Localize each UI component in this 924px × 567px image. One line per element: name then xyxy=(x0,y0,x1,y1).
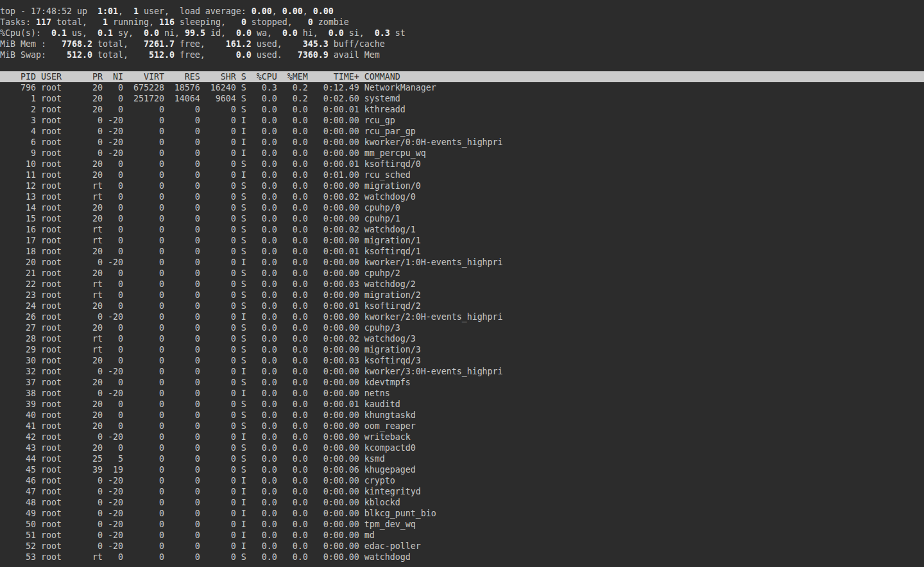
process-row: 32 root 0 -20 0 0 0 I 0.0 0.0 0:00.00 kw… xyxy=(0,366,924,377)
process-row: 12 root rt 0 0 0 0 S 0.0 0.0 0:00.00 mig… xyxy=(0,180,924,191)
process-row: 48 root 0 -20 0 0 0 I 0.0 0.0 0:00.00 kb… xyxy=(0,497,924,508)
process-row: 16 root rt 0 0 0 0 S 0.0 0.0 0:00.02 wat… xyxy=(0,224,924,235)
process-row: 37 root 20 0 0 0 0 S 0.0 0.0 0:00.00 kde… xyxy=(0,377,924,388)
process-row: 22 root rt 0 0 0 0 S 0.0 0.0 0:00.03 wat… xyxy=(0,279,924,290)
process-list: 796 root 20 0 675228 18576 16240 S 0.3 0… xyxy=(0,82,924,563)
process-row: 49 root 0 -20 0 0 0 I 0.0 0.0 0:00.00 bl… xyxy=(0,508,924,519)
process-row: 38 root 0 -20 0 0 0 I 0.0 0.0 0:00.00 ne… xyxy=(0,388,924,399)
process-row: 47 root 0 -20 0 0 0 I 0.0 0.0 0:00.00 ki… xyxy=(0,486,924,497)
process-row: 41 root 20 0 0 0 0 S 0.0 0.0 0:00.00 oom… xyxy=(0,421,924,432)
process-row: 13 root rt 0 0 0 0 S 0.0 0.0 0:00.02 wat… xyxy=(0,191,924,202)
top-summary-line: MiB Mem : 7768.2 total, 7261.7 free, 161… xyxy=(0,39,924,49)
process-row: 4 root 0 -20 0 0 0 I 0.0 0.0 0:00.00 rcu… xyxy=(0,126,924,137)
process-row: 40 root 20 0 0 0 0 S 0.0 0.0 0:00.00 khu… xyxy=(0,410,924,421)
process-row: 39 root 20 0 0 0 0 S 0.0 0.0 0:00.01 kau… xyxy=(0,399,924,410)
process-row: 21 root 20 0 0 0 0 S 0.0 0.0 0:00.00 cpu… xyxy=(0,268,924,279)
process-row: 26 root 0 -20 0 0 0 I 0.0 0.0 0:00.00 kw… xyxy=(0,311,924,322)
process-row: 17 root rt 0 0 0 0 S 0.0 0.0 0:00.00 mig… xyxy=(0,235,924,246)
process-row: 23 root rt 0 0 0 0 S 0.0 0.0 0:00.00 mig… xyxy=(0,290,924,301)
process-row: 27 root 20 0 0 0 0 S 0.0 0.0 0:00.00 cpu… xyxy=(0,322,924,333)
process-row: 44 root 25 5 0 0 0 S 0.0 0.0 0:00.00 ksm… xyxy=(0,453,924,464)
process-row: 20 root 0 -20 0 0 0 I 0.0 0.0 0:00.00 kw… xyxy=(0,257,924,268)
process-row: 43 root 20 0 0 0 0 S 0.0 0.0 0:00.00 kco… xyxy=(0,442,924,453)
process-row: 1 root 20 0 251720 14064 9604 S 0.0 0.2 … xyxy=(0,93,924,104)
process-row: 46 root 0 -20 0 0 0 I 0.0 0.0 0:00.00 cr… xyxy=(0,475,924,486)
process-row: 11 root 20 0 0 0 0 I 0.0 0.0 0:01.00 rcu… xyxy=(0,170,924,180)
process-row: 14 root 20 0 0 0 0 S 0.0 0.0 0:00.00 cpu… xyxy=(0,202,924,213)
process-header-row: PID USER PR NI VIRT RES SHR S %CPU %MEM … xyxy=(0,71,924,82)
process-row: 53 root rt 0 0 0 0 S 0.0 0.0 0:00.00 wat… xyxy=(0,552,924,563)
process-row: 3 root 0 -20 0 0 0 I 0.0 0.0 0:00.00 rcu… xyxy=(0,115,924,126)
process-row: 9 root 0 -20 0 0 0 I 0.0 0.0 0:00.00 mm_… xyxy=(0,148,924,159)
process-row: 30 root 20 0 0 0 0 S 0.0 0.0 0:00.03 kso… xyxy=(0,355,924,366)
process-row: 15 root 20 0 0 0 0 S 0.0 0.0 0:00.00 cpu… xyxy=(0,213,924,224)
process-row: 42 root 0 -20 0 0 0 I 0.0 0.0 0:00.00 wr… xyxy=(0,432,924,442)
top-summary-line: MiB Swap: 512.0 total, 512.0 free, 0.0 u… xyxy=(0,49,924,60)
process-row: 45 root 39 19 0 0 0 S 0.0 0.0 0:00.06 kh… xyxy=(0,464,924,475)
process-row: 24 root 20 0 0 0 0 S 0.0 0.0 0:00.01 kso… xyxy=(0,301,924,311)
top-summary-line: top - 17:48:52 up 1:01, 1 user, load ave… xyxy=(0,6,924,17)
process-row: 2 root 20 0 0 0 0 S 0.0 0.0 0:00.01 kthr… xyxy=(0,104,924,115)
summary-table-gap xyxy=(0,60,924,71)
top-summary: top - 17:48:52 up 1:01, 1 user, load ave… xyxy=(0,6,924,60)
process-row: 6 root 0 -20 0 0 0 I 0.0 0.0 0:00.00 kwo… xyxy=(0,137,924,148)
process-row: 50 root 0 -20 0 0 0 I 0.0 0.0 0:00.00 tp… xyxy=(0,519,924,530)
terminal-screen[interactable]: top - 17:48:52 up 1:01, 1 user, load ave… xyxy=(0,0,924,567)
process-row: 29 root rt 0 0 0 0 S 0.0 0.0 0:00.00 mig… xyxy=(0,344,924,355)
process-row: 51 root 0 -20 0 0 0 I 0.0 0.0 0:00.00 md xyxy=(0,530,924,541)
top-summary-line: %Cpu(s): 0.1 us, 0.1 sy, 0.0 ni, 99.5 id… xyxy=(0,28,924,39)
process-row: 52 root 0 -20 0 0 0 I 0.0 0.0 0:00.00 ed… xyxy=(0,541,924,552)
top-summary-line: Tasks: 117 total, 1 running, 116 sleepin… xyxy=(0,17,924,28)
process-row: 10 root 20 0 0 0 0 S 0.0 0.0 0:00.01 kso… xyxy=(0,159,924,170)
process-row: 796 root 20 0 675228 18576 16240 S 0.3 0… xyxy=(0,82,924,93)
process-row: 28 root rt 0 0 0 0 S 0.0 0.0 0:00.02 wat… xyxy=(0,333,924,344)
process-row: 18 root 20 0 0 0 0 S 0.0 0.0 0:00.01 kso… xyxy=(0,246,924,257)
